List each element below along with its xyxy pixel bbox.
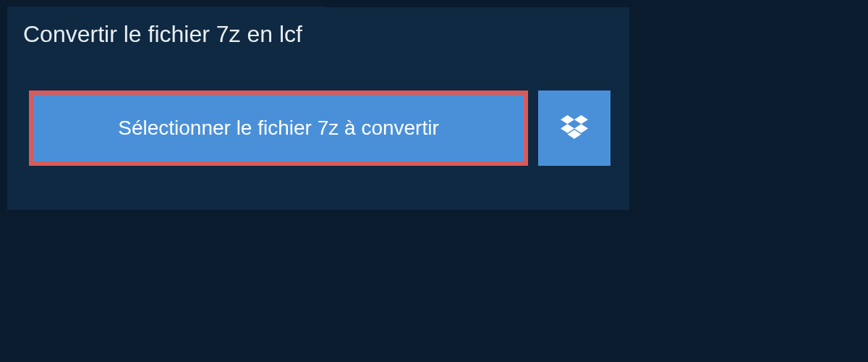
select-file-label: Sélectionner le fichier 7z à convertir — [118, 117, 439, 140]
upload-area: Sélectionner le fichier 7z à convertir — [7, 63, 629, 193]
select-file-button[interactable]: Sélectionner le fichier 7z à convertir — [29, 90, 528, 166]
converter-panel: Convertir le fichier 7z en lcf Sélection… — [7, 7, 629, 210]
dropbox-button[interactable] — [538, 90, 610, 166]
page-title: Convertir le fichier 7z en lcf — [7, 7, 326, 62]
dropbox-icon — [561, 115, 588, 141]
